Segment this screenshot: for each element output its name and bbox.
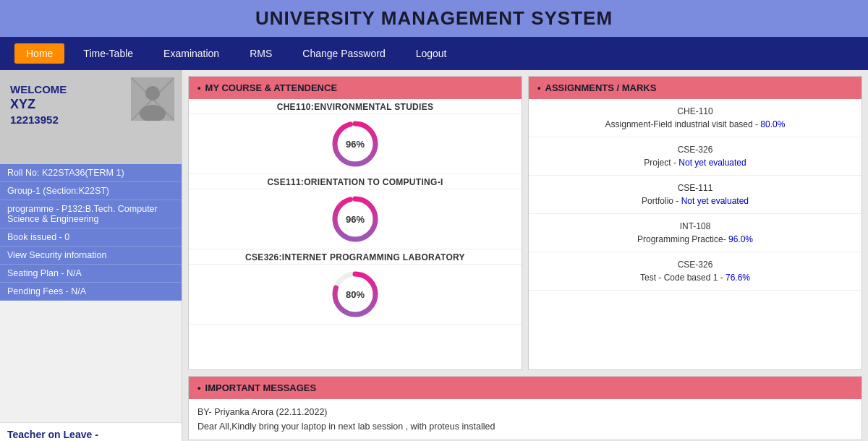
nav-item-home[interactable]: Home (14, 43, 64, 64)
bullet-icon-3: • (197, 382, 201, 393)
navbar: HomeTime-TableExaminationRMSChange Passw… (0, 37, 868, 70)
course-panel: • MY COURSE & ATTENDENCE CHE110:ENVIRONM… (188, 76, 522, 370)
nav-item-logout[interactable]: Logout (404, 43, 459, 64)
profile-area: WELCOME XYZ 12213952 (0, 70, 182, 164)
donut-wrap: 96% (330, 119, 380, 169)
profile-welcome: WELCOME (10, 83, 67, 95)
main-layout: WELCOME XYZ 12213952 Roll No: K22STA36(T… (0, 70, 868, 441)
assignments-panel-title: ASSIGNMENTS / MARKS (545, 82, 657, 93)
donut-label: 96% (346, 139, 365, 150)
course-row: CSE111:ORIENTATION TO COMPUTING-I96% (189, 174, 522, 249)
sidebar-item[interactable]: Book issued - 0 (0, 228, 182, 247)
sidebar-item[interactable]: Pending Fees - N/A (0, 283, 182, 301)
donut-wrap: 96% (330, 194, 380, 244)
assignment-row: CSE-111Portfolio - Not yet evaluated (529, 176, 861, 214)
profile-id: 12213952 (10, 114, 59, 126)
assignment-course: CHE-110 (537, 105, 853, 118)
course-title: CSE326:INTERNET PROGRAMMING LABORATORY (189, 249, 522, 265)
nav-item-examination[interactable]: Examination (152, 43, 231, 64)
messages-body: BY- Priyanka Arora (22.11.2022)Dear All,… (189, 399, 861, 440)
course-row: CSE326:INTERNET PROGRAMMING LABORATORY80… (189, 249, 522, 325)
messages-panel: • IMPORTANT MESSAGES BY- Priyanka Arora … (188, 376, 862, 440)
course-list: CHE110:ENVIRONMENTAL STUDIES96%CSE111:OR… (189, 99, 522, 325)
assignment-course: CSE-326 (537, 258, 853, 271)
avatar-icon (131, 77, 174, 121)
assignment-row: INT-108Programming Practice- 96.0% (529, 214, 861, 252)
assignment-link[interactable]: Not yet evaluated (681, 196, 749, 206)
page-header: UNIVERSITY MANAGEMENT SYSTEM (0, 0, 868, 37)
page-title: UNIVERSITY MANAGEMENT SYSTEM (0, 7, 868, 30)
assignment-row: CSE-326Project - Not yet evaluated (529, 137, 861, 176)
sidebar-item[interactable]: View Security infornation (0, 247, 182, 265)
assignment-link[interactable]: 80.0% (760, 119, 785, 129)
sidebar-item[interactable]: Seating Plan - N/A (0, 265, 182, 283)
course-title: CSE111:ORIENTATION TO COMPUTING-I (189, 174, 522, 189)
donut-label: 80% (346, 289, 365, 300)
sidebar-item[interactable]: Roll No: K22STA36(TERM 1) (0, 164, 182, 182)
profile-name: XYZ (10, 97, 35, 112)
course-row: CHE110:ENVIRONMENTAL STUDIES96% (189, 99, 522, 174)
message-item: BY- Priyanka Arora (22.11.2022)Dear All,… (189, 399, 861, 440)
sidebar-items-container: Roll No: K22STA36(TERM 1)Group-1 (Sectio… (0, 164, 182, 301)
donut-container: 96% (189, 189, 522, 249)
donut-container: 80% (189, 265, 522, 324)
content-area: • MY COURSE & ATTENDENCE CHE110:ENVIRONM… (182, 70, 868, 441)
assignment-desc: Assignment-Field industrial visit based … (537, 118, 853, 131)
svg-point-3 (145, 86, 160, 100)
sidebar-item[interactable]: Group-1 (Section:K22ST) (0, 182, 182, 200)
assignment-desc: Programming Practice- 96.0% (537, 233, 853, 246)
bullet-icon: • (197, 82, 201, 93)
assignment-desc: Portfolio - Not yet evaluated (537, 194, 853, 207)
assignment-link[interactable]: 96.0% (728, 234, 753, 244)
assignment-row: CSE-326Test - Code based 1 - 76.6% (529, 252, 861, 291)
assignment-course: CSE-326 (537, 143, 853, 156)
donut-wrap: 80% (330, 269, 380, 320)
sidebar: WELCOME XYZ 12213952 Roll No: K22STA36(T… (0, 70, 182, 441)
assignment-link[interactable]: Not yet evaluated (678, 158, 746, 168)
top-panels: • MY COURSE & ATTENDENCE CHE110:ENVIRONM… (188, 76, 862, 370)
assignment-desc: Project - Not yet evaluated (537, 156, 853, 169)
course-title: CHE110:ENVIRONMENTAL STUDIES (189, 99, 522, 114)
assignment-desc: Test - Code based 1 - 76.6% (537, 271, 853, 284)
messages-panel-header: • IMPORTANT MESSAGES (189, 377, 861, 399)
nav-item-rms[interactable]: RMS (238, 43, 284, 64)
course-panel-title: MY COURSE & ATTENDENCE (205, 82, 338, 93)
course-panel-header: • MY COURSE & ATTENDENCE (189, 77, 522, 99)
assignments-panel: • ASSIGNMENTS / MARKS CHE-110Assignment-… (528, 76, 862, 370)
nav-item-time-table[interactable]: Time-Table (72, 43, 145, 64)
assignments-panel-header: • ASSIGNMENTS / MARKS (529, 77, 861, 99)
messages-panel-title: IMPORTANT MESSAGES (205, 382, 317, 393)
assignments-list: CHE-110Assignment-Field industrial visit… (529, 99, 861, 291)
teacher-on-leave: Teacher on Leave - (0, 422, 182, 441)
assignment-row: CHE-110Assignment-Field industrial visit… (529, 99, 861, 137)
message-author: BY- Priyanka Arora (22.11.2022) (197, 405, 853, 419)
sidebar-item[interactable]: programme - P132:B.Tech. Computer Scienc… (0, 200, 182, 228)
donut-container: 96% (189, 114, 522, 174)
assignment-course: CSE-111 (537, 181, 853, 194)
assignment-link[interactable]: 76.6% (726, 273, 750, 283)
donut-label: 96% (346, 214, 365, 225)
assignment-course: INT-108 (537, 220, 853, 233)
message-body: Dear All,Kindly bring your laptop in nex… (197, 419, 853, 434)
nav-item-change-password[interactable]: Change Password (291, 43, 396, 64)
bullet-icon-2: • (537, 82, 541, 93)
